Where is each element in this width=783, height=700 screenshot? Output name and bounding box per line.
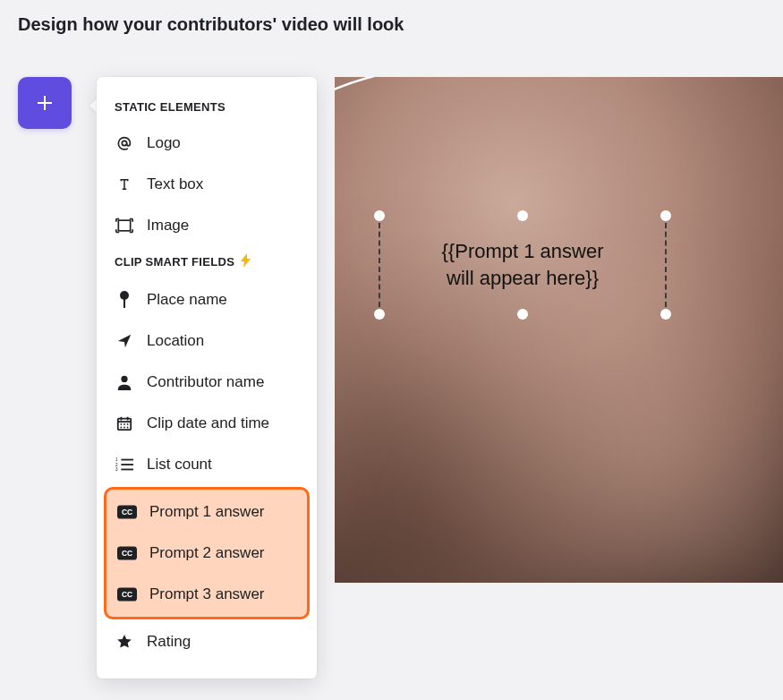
menu-item-prompt-2-answer[interactable]: CC Prompt 2 answer: [106, 533, 307, 574]
svg-text:2: 2: [115, 463, 118, 467]
selection-edge-left: [379, 223, 380, 307]
svg-rect-3: [123, 299, 125, 308]
menu-item-contributor-name[interactable]: Contributor name: [97, 362, 317, 403]
svg-rect-8: [121, 469, 133, 471]
menu-item-clip-datetime[interactable]: Clip date and time: [97, 403, 317, 444]
lightning-icon: [240, 253, 252, 270]
menu-item-label: Place name: [147, 291, 299, 309]
svg-rect-1: [118, 220, 130, 231]
numbered-list-icon: 123: [115, 457, 134, 472]
elements-popover: STATIC ELEMENTS Logo Text box Image CLIP…: [97, 77, 317, 679]
svg-point-4: [121, 376, 127, 382]
star-icon: [115, 634, 134, 650]
calendar-icon: [115, 415, 134, 431]
menu-item-label: Prompt 2 answer: [149, 544, 296, 562]
menu-item-place-name[interactable]: Place name: [97, 279, 317, 320]
svg-rect-7: [121, 464, 133, 465]
decorative-curve: [335, 77, 496, 175]
section-header-smart: CLIP SMART FIELDS: [97, 246, 317, 279]
page-title: Design how your contributors' video will…: [18, 14, 404, 35]
location-arrow-icon: [115, 333, 134, 349]
placeholder-text: {{Prompt 1 answer will appear here}}: [442, 238, 604, 291]
at-icon: [115, 134, 134, 152]
menu-item-prompt-3-answer[interactable]: CC Prompt 3 answer: [106, 574, 307, 615]
menu-item-textbox[interactable]: Text box: [97, 164, 317, 205]
cc-icon: CC: [117, 505, 137, 519]
prompt-answers-highlight: CC Prompt 1 answer CC Prompt 2 answer CC…: [104, 487, 310, 619]
menu-item-logo[interactable]: Logo: [97, 123, 317, 164]
menu-item-label: Clip date and time: [147, 414, 299, 432]
svg-rect-6: [121, 459, 133, 461]
resize-handle-top-right[interactable]: [660, 210, 671, 221]
plus-icon: [34, 92, 55, 114]
menu-item-label: Prompt 1 answer: [149, 503, 296, 521]
text-icon: [115, 176, 134, 192]
section-header-static: STATIC ELEMENTS: [97, 93, 317, 123]
resize-handle-bottom-center[interactable]: [517, 309, 528, 320]
person-icon: [115, 374, 134, 390]
menu-item-image[interactable]: Image: [97, 205, 317, 246]
menu-item-location[interactable]: Location: [97, 320, 317, 362]
menu-item-prompt-1-answer[interactable]: CC Prompt 1 answer: [106, 491, 307, 533]
menu-item-label: Location: [147, 332, 299, 350]
menu-item-label: Prompt 3 answer: [149, 585, 296, 603]
resize-handle-top-center[interactable]: [517, 210, 528, 221]
add-element-button[interactable]: [18, 77, 72, 129]
menu-item-label: Rating: [147, 633, 299, 651]
resize-handle-bottom-right[interactable]: [660, 309, 671, 320]
resize-handle-bottom-left[interactable]: [374, 309, 385, 320]
menu-item-label: Logo: [147, 134, 299, 152]
svg-text:1: 1: [115, 457, 118, 462]
menu-item-rating[interactable]: Rating: [97, 621, 317, 662]
image-frame-icon: [115, 218, 134, 234]
cc-icon: CC: [117, 546, 137, 560]
menu-item-label: Contributor name: [147, 373, 299, 391]
video-canvas[interactable]: {{Prompt 1 answer will appear here}}: [335, 77, 783, 583]
selection-edge-right: [665, 223, 667, 307]
svg-text:3: 3: [115, 467, 118, 472]
svg-text:CC: CC: [122, 549, 132, 558]
placeholder-element[interactable]: {{Prompt 1 answer will appear here}}: [379, 216, 666, 314]
menu-item-label: List count: [147, 456, 299, 474]
menu-item-label: Image: [147, 217, 299, 235]
pin-icon: [115, 291, 134, 309]
cc-icon: CC: [117, 587, 137, 602]
menu-item-list-count[interactable]: 123 List count: [97, 444, 317, 485]
menu-item-label: Text box: [147, 175, 299, 193]
svg-text:CC: CC: [122, 508, 132, 516]
resize-handle-top-left[interactable]: [374, 210, 385, 221]
svg-text:CC: CC: [122, 590, 132, 599]
svg-point-2: [120, 291, 129, 300]
